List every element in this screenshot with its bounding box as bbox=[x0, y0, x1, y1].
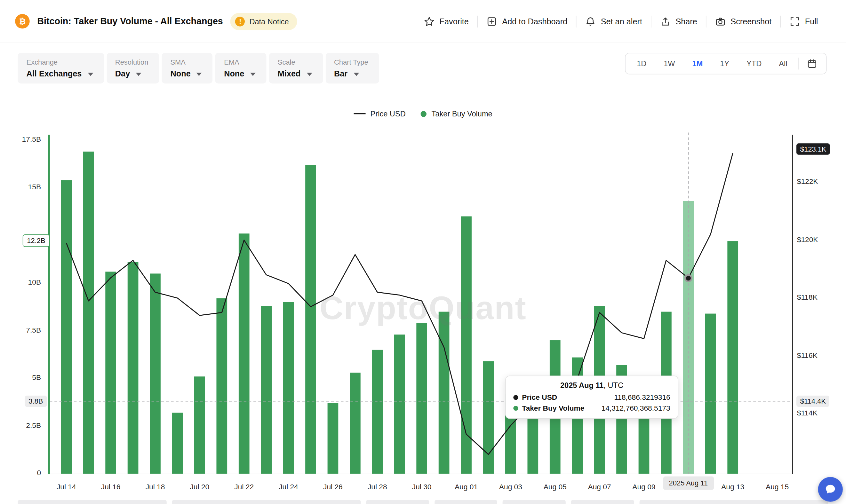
volume-bar-aug-07[interactable] bbox=[594, 306, 605, 474]
x-axis-tick: Jul 14 bbox=[47, 483, 86, 491]
volume-bar-jul-24[interactable] bbox=[283, 302, 294, 474]
legend-price-label: Price USD bbox=[371, 109, 406, 118]
share-label: Share bbox=[675, 17, 697, 26]
chevron-down-icon bbox=[88, 73, 93, 76]
volume-bar-jul-22[interactable] bbox=[239, 233, 250, 474]
volume-bar-aug-12[interactable] bbox=[705, 314, 716, 474]
title-wrap: ₿ Bitcoin: Taker Buy Volume - All Exchan… bbox=[15, 13, 297, 30]
volume-crosshair-badge: 3.8B bbox=[25, 395, 47, 407]
x-axis-tick: Aug 13 bbox=[713, 483, 753, 491]
x-axis-tick: Aug 03 bbox=[491, 483, 531, 491]
scale-label: Scale bbox=[278, 58, 312, 66]
resolution-label: Resolution bbox=[115, 58, 148, 66]
legend-item-price[interactable]: Price USD bbox=[354, 109, 405, 118]
volume-bar-jul-29[interactable] bbox=[394, 335, 405, 474]
legend-dot-swatch bbox=[421, 111, 427, 117]
volume-dot-icon bbox=[513, 406, 518, 411]
left-axis-tick: 5B bbox=[8, 374, 41, 381]
range-1m[interactable]: 1M bbox=[684, 53, 711, 74]
star-icon bbox=[424, 16, 435, 27]
range-ytd[interactable]: YTD bbox=[738, 53, 770, 74]
volume-bar-aug-01[interactable] bbox=[461, 216, 472, 474]
share-button[interactable]: Share bbox=[651, 16, 706, 27]
right-axis-tick: $122K bbox=[797, 177, 818, 185]
exchange-value: All Exchanges bbox=[27, 69, 82, 78]
volume-bar-jul-16[interactable] bbox=[105, 271, 116, 474]
volume-bar-jul-18[interactable] bbox=[150, 273, 161, 474]
chart-tooltip: 2025 Aug 11, UTC Price USD 118,686.32193… bbox=[505, 376, 678, 419]
volume-bar-jul-19[interactable] bbox=[172, 413, 183, 474]
volume-bar-aug-06[interactable] bbox=[572, 358, 583, 474]
range-1y[interactable]: 1Y bbox=[711, 53, 738, 74]
volume-bar-jul-25[interactable] bbox=[305, 165, 316, 474]
volume-bar-aug-08[interactable] bbox=[616, 365, 627, 474]
volume-bar-aug-13[interactable] bbox=[727, 241, 738, 474]
resolution-dropdown[interactable]: Resolution Day bbox=[107, 53, 159, 84]
volume-bar-jul-31[interactable] bbox=[439, 312, 450, 474]
x-axis-tick: Aug 01 bbox=[446, 483, 486, 491]
price-line bbox=[66, 153, 733, 454]
volume-bar-jul-27[interactable] bbox=[350, 373, 360, 474]
left-axis-tick: 0 bbox=[8, 469, 41, 477]
price-crosshair-badge: $114.4K bbox=[796, 395, 830, 407]
volume-bar-jul-20[interactable] bbox=[194, 376, 205, 474]
volume-bar-jul-23[interactable] bbox=[261, 306, 272, 474]
price-marker-dot bbox=[685, 275, 691, 282]
volume-bar-jul-30[interactable] bbox=[416, 323, 427, 474]
legend-item-volume[interactable]: Taker Buy Volume bbox=[421, 109, 492, 118]
tooltip-volume-label: Taker Buy Volume bbox=[522, 404, 584, 412]
volume-bar-jul-14[interactable] bbox=[61, 180, 72, 474]
share-icon bbox=[660, 16, 671, 27]
volume-bar-aug-05[interactable] bbox=[550, 340, 561, 474]
x-axis-tick: Jul 24 bbox=[268, 483, 309, 491]
sma-label: SMA bbox=[170, 58, 202, 66]
volume-bar-jul-15[interactable] bbox=[83, 151, 94, 474]
volume-bar-aug-11[interactable] bbox=[683, 201, 694, 474]
range-1w[interactable]: 1W bbox=[655, 53, 684, 74]
tooltip-date: 2025 Aug 11 bbox=[560, 381, 604, 390]
scale-value: Mixed bbox=[278, 69, 301, 78]
x-axis-tick: Jul 20 bbox=[179, 483, 219, 491]
volume-bar-aug-02[interactable] bbox=[483, 361, 494, 474]
resolution-value: Day bbox=[115, 69, 130, 78]
volume-bar-aug-04[interactable] bbox=[527, 376, 538, 474]
volume-bar-aug-10[interactable] bbox=[661, 312, 672, 474]
x-axis-tick: Aug 09 bbox=[624, 483, 664, 491]
bell-icon bbox=[585, 16, 596, 27]
table-strip-cell bbox=[639, 500, 828, 504]
chart-type-dropdown[interactable]: Chart Type Bar bbox=[325, 53, 379, 84]
volume-bar-aug-03[interactable] bbox=[505, 394, 516, 474]
tooltip-price-label: Price USD bbox=[522, 393, 557, 401]
left-axis-tick: 7.5B bbox=[8, 326, 41, 334]
exchange-dropdown[interactable]: Exchange All Exchanges bbox=[18, 53, 104, 84]
favorite-button[interactable]: Favorite bbox=[415, 16, 477, 27]
expand-icon bbox=[789, 16, 800, 27]
data-notice-badge[interactable]: ! Data Notice bbox=[230, 13, 297, 30]
price-dot-icon bbox=[513, 395, 518, 400]
range-all[interactable]: All bbox=[770, 53, 796, 74]
volume-bar-jul-26[interactable] bbox=[328, 403, 338, 474]
volume-bar-jul-17[interactable] bbox=[128, 262, 139, 474]
range-1d[interactable]: 1D bbox=[628, 53, 655, 74]
scale-dropdown[interactable]: Scale Mixed bbox=[269, 53, 323, 84]
chat-widget-button[interactable] bbox=[818, 477, 843, 502]
set-alert-button[interactable]: Set an alert bbox=[577, 16, 651, 27]
ema-dropdown[interactable]: EMA None bbox=[215, 53, 266, 84]
add-to-dashboard-button[interactable]: Add to Dashboard bbox=[478, 16, 576, 27]
left-axis-tick: 10B bbox=[8, 278, 41, 286]
screenshot-label: Screenshot bbox=[730, 17, 772, 26]
sma-dropdown[interactable]: SMA None bbox=[162, 53, 213, 84]
screenshot-button[interactable]: Screenshot bbox=[706, 16, 780, 27]
add-to-dashboard-label: Add to Dashboard bbox=[502, 17, 567, 26]
volume-bar-jul-28[interactable] bbox=[372, 350, 383, 474]
calendar-button[interactable] bbox=[801, 53, 824, 74]
x-axis-tick: Jul 28 bbox=[357, 483, 398, 491]
x-axis-tick: Jul 30 bbox=[402, 483, 442, 491]
legend-line-swatch bbox=[354, 113, 365, 114]
volume-bar-aug-09[interactable] bbox=[639, 388, 650, 474]
chevron-down-icon bbox=[136, 73, 141, 76]
fullscreen-button[interactable]: Full bbox=[781, 16, 827, 27]
time-range-selector: 1D 1W 1M 1Y YTD All bbox=[625, 53, 827, 74]
favorite-label: Favorite bbox=[440, 17, 469, 26]
volume-bar-jul-21[interactable] bbox=[216, 299, 227, 474]
